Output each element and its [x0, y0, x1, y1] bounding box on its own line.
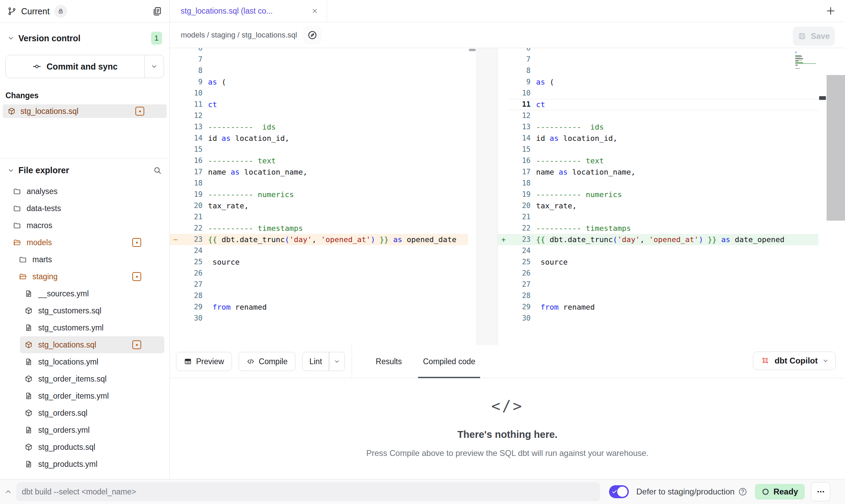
- copy-icon[interactable]: [152, 6, 162, 16]
- code-line[interactable]: 25 source: [498, 256, 818, 268]
- expand-command-bar-button[interactable]: [0, 488, 16, 495]
- tree-item-macros[interactable]: macros: [0, 217, 169, 234]
- tree-item-models[interactable]: models: [0, 234, 169, 251]
- code-line[interactable]: 21: [498, 211, 818, 223]
- scrollbar-track[interactable]: [468, 48, 476, 345]
- tab-stg-locations[interactable]: stg_locations.sql (last co...: [170, 0, 327, 22]
- code-line[interactable]: 13---------- ids: [498, 121, 818, 133]
- new-tab-button[interactable]: [825, 5, 836, 16]
- code-line[interactable]: 6: [498, 48, 818, 54]
- status-badge[interactable]: Ready: [755, 484, 805, 500]
- tree-item-stg-customers-yml[interactable]: stg_customers.yml: [0, 319, 169, 336]
- minimap[interactable]: [795, 49, 817, 70]
- code-line[interactable]: 10: [170, 88, 468, 99]
- tree-item-analyses[interactable]: analyses: [0, 183, 169, 200]
- tree-item-stg-orders-yml[interactable]: stg_orders.yml: [0, 421, 169, 439]
- code-line[interactable]: 16---------- text: [498, 155, 818, 166]
- code-line[interactable]: 22---------- timestamps: [170, 223, 468, 234]
- tree-item-data-tests[interactable]: data-tests: [0, 200, 169, 217]
- tree-item-stg-locations-yml[interactable]: stg_locations.yml: [0, 353, 169, 370]
- code-line[interactable]: 24: [170, 245, 468, 256]
- lint-button[interactable]: Lint: [302, 352, 345, 371]
- version-control-header[interactable]: Version control 1: [0, 32, 169, 45]
- tab-compiled-code[interactable]: Compiled code: [418, 345, 480, 378]
- code-line[interactable]: 28: [498, 290, 818, 301]
- code-line[interactable]: 25 source: [170, 256, 468, 268]
- tree-item---sources-yml[interactable]: __sources.yml: [0, 285, 169, 302]
- preview-button[interactable]: Preview: [176, 352, 232, 371]
- tree-item-staging[interactable]: staging: [0, 268, 169, 285]
- code-line[interactable]: 8: [170, 65, 468, 76]
- code-line[interactable]: 17name as location_name,: [498, 166, 818, 178]
- code-line[interactable]: 21: [170, 211, 468, 223]
- diff-pane-modified[interactable]: 6789as (1011ct1213---------- ids14id as …: [498, 48, 818, 345]
- tree-item-stg-orders-sql[interactable]: stg_orders.sql: [0, 404, 169, 421]
- code-line[interactable]: 17name as location_name,: [170, 166, 468, 178]
- code-line[interactable]: 7: [498, 54, 818, 65]
- code-line[interactable]: 18: [498, 178, 818, 189]
- tree-item-marts[interactable]: marts: [0, 251, 169, 268]
- code-line[interactable]: 12: [170, 110, 468, 121]
- compile-button[interactable]: Compile: [239, 352, 295, 371]
- help-icon[interactable]: [738, 487, 747, 496]
- code-line[interactable]: 14id as location_id,: [498, 133, 818, 144]
- code-line[interactable]: 27: [498, 279, 818, 290]
- defer-toggle[interactable]: [609, 485, 629, 498]
- tree-item-stg-order-items-yml[interactable]: stg_order_items.yml: [0, 387, 169, 404]
- scrollbar-track[interactable]: [818, 48, 827, 345]
- diff-pane-original[interactable]: 6789as (1011ct1213---------- ids14id as …: [170, 48, 468, 345]
- chevron-down-icon[interactable]: [8, 35, 14, 42]
- pane-splitter[interactable]: [476, 48, 498, 345]
- tab-results[interactable]: Results: [371, 345, 407, 378]
- file-explorer-header[interactable]: File explorer: [0, 165, 169, 175]
- code-line[interactable]: 6: [170, 48, 468, 54]
- code-line[interactable]: 15: [498, 144, 818, 155]
- command-input[interactable]: [16, 482, 600, 501]
- code-line[interactable]: 24: [498, 245, 818, 256]
- tree-item-stg-products-sql[interactable]: stg_products.sql: [0, 439, 169, 456]
- tree-item-stg-products-yml[interactable]: stg_products.yml: [0, 456, 169, 473]
- outer-scrollbar-thumb[interactable]: [827, 75, 845, 221]
- code-line[interactable]: 12: [498, 110, 818, 121]
- code-line[interactable]: 20tax_rate,: [170, 200, 468, 211]
- tree-item-stg-locations-sql[interactable]: stg_locations.sql: [20, 336, 164, 353]
- more-options-button[interactable]: [811, 482, 830, 501]
- close-icon[interactable]: [311, 7, 318, 15]
- code-line[interactable]: 26: [498, 268, 818, 279]
- scrollbar-thumb[interactable]: [469, 49, 476, 51]
- code-line[interactable]: −23{{ dbt.date_trunc('day', 'opened_at')…: [170, 234, 468, 245]
- code-line[interactable]: 29 from renamed: [498, 301, 818, 313]
- code-line[interactable]: 19---------- numerics: [498, 189, 818, 200]
- code-line[interactable]: 16---------- text: [170, 155, 468, 166]
- code-line[interactable]: 14id as location_id,: [170, 133, 468, 144]
- code-line[interactable]: 15: [170, 144, 468, 155]
- dbt-copilot-button[interactable]: dbt Copilot: [753, 352, 836, 370]
- lint-options-button[interactable]: [329, 352, 344, 371]
- code-line[interactable]: 8: [498, 65, 818, 76]
- code-line[interactable]: 30: [170, 313, 468, 324]
- code-line[interactable]: 11ct: [498, 99, 818, 110]
- scrollbar-thumb[interactable]: [819, 96, 826, 100]
- tree-item-stg-order-items-sql[interactable]: stg_order_items.sql: [0, 370, 169, 387]
- code-line[interactable]: 19---------- numerics: [170, 189, 468, 200]
- code-line[interactable]: +23{{ dbt.date_trunc('day', 'opened_at')…: [498, 234, 818, 245]
- save-button[interactable]: Save: [793, 27, 835, 46]
- code-line[interactable]: 7: [170, 54, 468, 65]
- code-line[interactable]: 26: [170, 268, 468, 279]
- navigate-button[interactable]: [303, 26, 322, 44]
- code-line[interactable]: 18: [170, 178, 468, 189]
- code-line[interactable]: 9as (: [170, 76, 468, 88]
- code-line[interactable]: 9as (: [498, 76, 818, 88]
- changed-file-item[interactable]: stg_locations.sql: [3, 104, 167, 118]
- code-line[interactable]: 10: [498, 88, 818, 99]
- code-line[interactable]: 20tax_rate,: [498, 200, 818, 211]
- chevron-down-icon[interactable]: [8, 167, 14, 174]
- tree-item-stg-customers-sql[interactable]: stg_customers.sql: [0, 302, 169, 319]
- commit-options-button[interactable]: [145, 55, 164, 78]
- code-line[interactable]: 27: [170, 279, 468, 290]
- code-line[interactable]: 29 from renamed: [170, 301, 468, 313]
- code-line[interactable]: 11ct: [170, 99, 468, 110]
- search-icon[interactable]: [153, 166, 162, 175]
- code-line[interactable]: 13---------- ids: [170, 121, 468, 133]
- code-line[interactable]: 28: [170, 290, 468, 301]
